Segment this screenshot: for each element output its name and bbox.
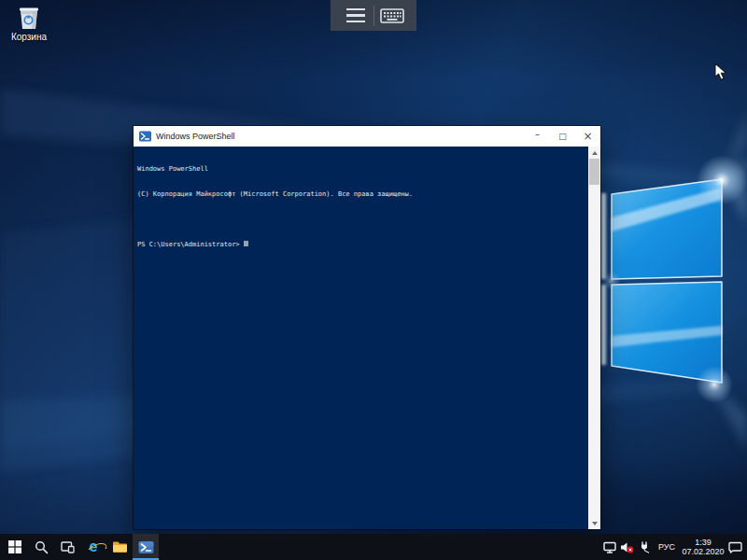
maximize-icon: □	[558, 132, 567, 141]
task-view-button[interactable]	[54, 534, 80, 560]
taskbar: e	[0, 534, 747, 560]
clock[interactable]: 1:39 07.02.2020	[681, 538, 726, 556]
keyboard-icon[interactable]	[374, 0, 410, 31]
internet-explorer-button[interactable]: e	[80, 534, 106, 560]
language-indicator[interactable]: РУС	[655, 542, 679, 552]
task-view-icon	[61, 541, 75, 553]
mouse-cursor	[714, 63, 729, 81]
system-tray: РУС 1:39 07.02.2020	[601, 534, 747, 560]
recycle-bin[interactable]: Корзина	[2, 6, 56, 42]
desktop: Корзина	[0, 0, 747, 560]
recycle-bin-icon	[19, 6, 39, 30]
file-explorer-button[interactable]	[106, 534, 133, 560]
search-icon	[35, 540, 49, 554]
recycle-bin-label: Корзина	[11, 32, 47, 42]
console-line: (C) Корпорация Майкрософт (Microsoft Cor…	[137, 190, 584, 199]
console-cursor	[244, 241, 248, 246]
powershell-taskbar-icon	[138, 540, 154, 554]
taskbar-buttons: e	[2, 534, 159, 560]
internet-explorer-icon: e	[90, 539, 98, 554]
hamburger-lines	[346, 8, 365, 23]
minimize-button[interactable]: –	[525, 126, 550, 147]
console-line: Windows PowerShell	[137, 165, 584, 174]
action-center-icon[interactable]	[727, 534, 743, 560]
console-prompt-line: PS C:\Users\Administrator>	[137, 241, 584, 249]
powershell-taskbar-button[interactable]	[133, 534, 159, 560]
keyboard-glyph	[380, 7, 404, 24]
scroll-up-icon[interactable]	[588, 147, 600, 159]
console-line	[137, 216, 584, 224]
console-area[interactable]: Windows PowerShell (C) Корпорация Майкро…	[134, 147, 600, 529]
file-explorer-icon	[112, 540, 128, 553]
start-button[interactable]	[2, 534, 28, 560]
volume-muted-icon[interactable]	[619, 534, 635, 560]
window-titlebar[interactable]: Windows PowerShell – □ ×	[134, 126, 600, 147]
powershell-window: Windows PowerShell – □ × Windows PowerSh…	[134, 126, 600, 529]
window-controls: – □ ×	[525, 126, 600, 147]
minimize-icon: –	[535, 130, 540, 139]
window-title: Windows PowerShell	[156, 132, 525, 141]
powershell-icon	[139, 131, 151, 142]
scroll-down-icon[interactable]	[588, 517, 600, 529]
search-button[interactable]	[28, 534, 54, 560]
windows-logo-icon	[8, 540, 21, 553]
power-plug-icon[interactable]	[637, 534, 653, 560]
maximize-button[interactable]: □	[550, 126, 575, 147]
clock-date: 07.02.2020	[682, 547, 724, 556]
close-button[interactable]: ×	[575, 126, 600, 147]
scrollbar-thumb[interactable]	[589, 159, 599, 185]
menu-icon[interactable]	[338, 0, 374, 31]
console-output: Windows PowerShell (C) Корпорация Майкро…	[134, 147, 600, 266]
vm-console-toolbar	[331, 0, 416, 31]
close-icon: ×	[583, 130, 592, 143]
clock-time: 1:39	[695, 538, 712, 547]
console-prompt: PS C:\Users\Administrator>	[137, 241, 240, 248]
console-scrollbar[interactable]	[588, 147, 600, 529]
network-icon[interactable]	[601, 534, 617, 560]
scrollbar-track[interactable]	[588, 185, 600, 517]
